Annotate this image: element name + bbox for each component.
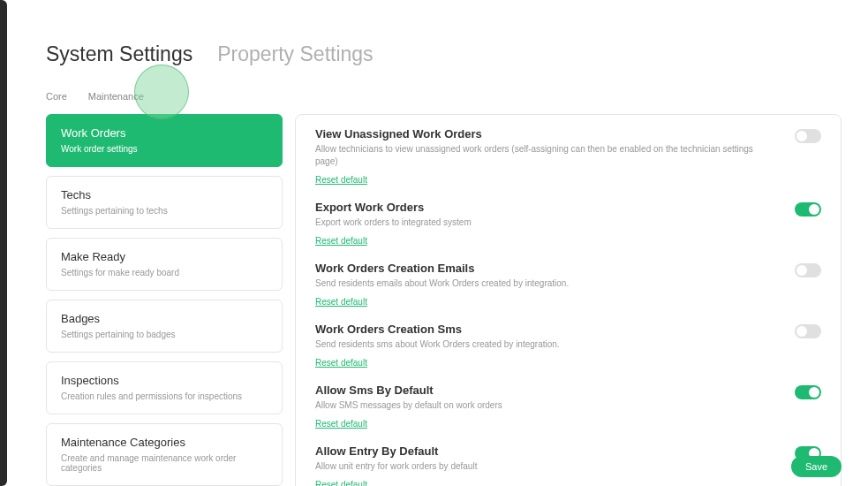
- reset-default-link[interactable]: Reset default: [315, 175, 367, 185]
- toggle-creation-sms[interactable]: [795, 324, 821, 338]
- tab-property-settings[interactable]: Property Settings: [217, 42, 373, 66]
- setting-desc: Allow SMS messages by default on work or…: [315, 399, 777, 412]
- setting-title: Allow Sms By Default: [315, 383, 777, 397]
- sidebar-item-sub: Create and manage maintenance work order…: [61, 453, 268, 473]
- setting-title: Export Work Orders: [315, 201, 777, 214]
- sidebar-item-sub: Settings pertaining to badges: [61, 330, 268, 339]
- setting-creation-sms: Work Orders Creation Sms Send residents …: [315, 323, 821, 369]
- sidebar-item-inspections[interactable]: Inspections Creation rules and permissio…: [46, 361, 283, 414]
- sidebar-item-title: Inspections: [61, 374, 268, 387]
- sidebar-item-sub: Settings for make ready board: [61, 268, 268, 277]
- setting-desc: Allow unit entry for work orders by defa…: [315, 460, 777, 473]
- setting-export-work-orders: Export Work Orders Export work orders to…: [315, 201, 821, 247]
- setting-creation-emails: Work Orders Creation Emails Send residen…: [315, 262, 821, 308]
- sidebar-item-title: Badges: [61, 312, 268, 325]
- setting-title: Work Orders Creation Sms: [315, 323, 777, 336]
- left-edge-decoration: [0, 0, 7, 486]
- setting-desc: Allow technicians to view unassigned wor…: [315, 143, 777, 168]
- sidebar-item-title: Maintenance Categories: [61, 436, 268, 449]
- sidebar-item-work-orders[interactable]: Work Orders Work order settings: [46, 114, 283, 167]
- top-tabs: System Settings Property Settings: [46, 42, 842, 66]
- sidebar-item-make-ready[interactable]: Make Ready Settings for make ready board: [46, 238, 283, 291]
- setting-title: Allow Entry By Default: [315, 444, 777, 458]
- sidebar-item-sub: Work order settings: [61, 144, 268, 154]
- sidebar-item-techs[interactable]: Techs Settings pertaining to techs: [46, 176, 283, 229]
- subtab-maintenance[interactable]: Maintenance: [88, 91, 144, 102]
- sidebar-item-sub: Creation rules and permissions for inspe…: [61, 391, 268, 401]
- setting-desc: Send residents sms about Work Orders cre…: [315, 338, 777, 351]
- reset-default-link[interactable]: Reset default: [315, 236, 367, 246]
- reset-default-link[interactable]: Reset default: [315, 480, 367, 486]
- settings-panel: View Unassigned Work Orders Allow techni…: [295, 114, 842, 486]
- toggle-creation-emails[interactable]: [795, 263, 821, 277]
- sidebar-item-maintenance-categories[interactable]: Maintenance Categories Create and manage…: [46, 423, 283, 486]
- setting-allow-sms-default: Allow Sms By Default Allow SMS messages …: [315, 383, 821, 430]
- sub-tabs: Core Maintenance: [46, 91, 842, 102]
- setting-desc: Export work orders to integrated system: [315, 216, 777, 229]
- sidebar: Work Orders Work order settings Techs Se…: [46, 114, 283, 486]
- tab-system-settings[interactable]: System Settings: [46, 42, 192, 66]
- toggle-export-work-orders[interactable]: [795, 202, 821, 216]
- sidebar-item-sub: Settings pertaining to techs: [61, 206, 268, 216]
- toggle-allow-sms-default[interactable]: [795, 385, 821, 399]
- sidebar-item-badges[interactable]: Badges Settings pertaining to badges: [46, 300, 283, 353]
- toggle-view-unassigned[interactable]: [795, 129, 821, 143]
- setting-title: Work Orders Creation Emails: [315, 262, 777, 275]
- save-button[interactable]: Save: [791, 456, 842, 477]
- sidebar-item-title: Make Ready: [61, 250, 268, 263]
- setting-desc: Send residents emails about Work Orders …: [315, 277, 777, 290]
- setting-title: View Unassigned Work Orders: [315, 127, 777, 140]
- sidebar-item-title: Techs: [61, 188, 268, 201]
- reset-default-link[interactable]: Reset default: [315, 419, 367, 429]
- subtab-core[interactable]: Core: [46, 91, 67, 102]
- setting-view-unassigned: View Unassigned Work Orders Allow techni…: [315, 127, 821, 186]
- reset-default-link[interactable]: Reset default: [315, 297, 367, 307]
- sidebar-item-title: Work Orders: [61, 126, 268, 140]
- reset-default-link[interactable]: Reset default: [315, 358, 367, 368]
- setting-allow-entry-default: Allow Entry By Default Allow unit entry …: [315, 444, 821, 486]
